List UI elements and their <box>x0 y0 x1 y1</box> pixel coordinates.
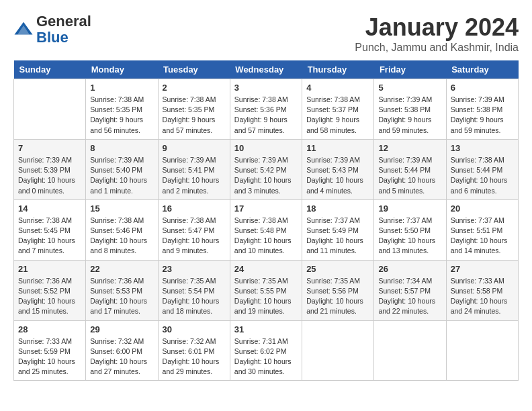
day-number: 24 <box>234 264 298 274</box>
day-number: 11 <box>306 143 369 153</box>
logo-general: General <box>36 13 91 30</box>
day-cell: 20Sunrise: 7:37 AMSunset: 5:51 PMDayligh… <box>446 199 518 260</box>
day-number: 30 <box>163 324 226 334</box>
day-number: 29 <box>90 324 153 334</box>
day-info: Sunrise: 7:38 AMSunset: 5:48 PMDaylight:… <box>234 216 298 257</box>
weekday-header-wednesday: Wednesday <box>230 60 302 79</box>
day-info: Sunrise: 7:39 AMSunset: 5:40 PMDaylight:… <box>90 155 153 196</box>
day-number: 31 <box>234 324 298 334</box>
day-cell: 16Sunrise: 7:38 AMSunset: 5:47 PMDayligh… <box>158 199 230 260</box>
day-number: 9 <box>163 143 226 153</box>
day-info: Sunrise: 7:39 AMSunset: 5:38 PMDaylight:… <box>451 95 514 136</box>
day-number: 15 <box>90 203 153 214</box>
month-title: January 2024 <box>355 13 519 42</box>
day-number: 18 <box>306 203 369 214</box>
day-info: Sunrise: 7:38 AMSunset: 5:45 PMDaylight:… <box>18 216 81 257</box>
weekday-header-friday: Friday <box>374 60 446 79</box>
day-number: 23 <box>163 264 226 274</box>
day-number: 2 <box>163 83 226 93</box>
day-info: Sunrise: 7:39 AMSunset: 5:39 PMDaylight:… <box>18 155 81 196</box>
day-info: Sunrise: 7:39 AMSunset: 5:41 PMDaylight:… <box>163 155 226 196</box>
day-info: Sunrise: 7:37 AMSunset: 5:50 PMDaylight:… <box>378 216 441 257</box>
day-cell: 28Sunrise: 7:33 AMSunset: 5:59 PMDayligh… <box>14 320 86 381</box>
day-info: Sunrise: 7:38 AMSunset: 5:36 PMDaylight:… <box>234 95 298 136</box>
day-cell: 29Sunrise: 7:32 AMSunset: 6:00 PMDayligh… <box>86 320 158 381</box>
day-number: 10 <box>234 143 298 153</box>
day-info: Sunrise: 7:39 AMSunset: 5:44 PMDaylight:… <box>378 155 441 196</box>
day-info: Sunrise: 7:35 AMSunset: 5:55 PMDaylight:… <box>234 276 298 317</box>
day-cell: 4Sunrise: 7:38 AMSunset: 5:37 PMDaylight… <box>302 79 374 140</box>
day-cell: 21Sunrise: 7:36 AMSunset: 5:52 PMDayligh… <box>14 260 86 320</box>
logo-text: General Blue <box>36 13 91 46</box>
day-cell: 15Sunrise: 7:38 AMSunset: 5:46 PMDayligh… <box>86 199 158 260</box>
title-block: January 2024 Punch, Jammu and Kashmir, I… <box>355 13 519 54</box>
day-info: Sunrise: 7:36 AMSunset: 5:52 PMDaylight:… <box>18 276 81 317</box>
day-number: 26 <box>378 264 441 274</box>
day-cell: 5Sunrise: 7:39 AMSunset: 5:38 PMDaylight… <box>374 79 446 140</box>
day-cell: 25Sunrise: 7:35 AMSunset: 5:56 PMDayligh… <box>302 260 374 320</box>
day-cell: 8Sunrise: 7:39 AMSunset: 5:40 PMDaylight… <box>86 139 158 199</box>
day-number: 8 <box>90 143 153 153</box>
calendar-table: SundayMondayTuesdayWednesdayThursdayFrid… <box>13 60 519 381</box>
day-info: Sunrise: 7:36 AMSunset: 5:53 PMDaylight:… <box>90 276 153 317</box>
day-info: Sunrise: 7:33 AMSunset: 5:59 PMDaylight:… <box>18 336 81 377</box>
day-cell: 23Sunrise: 7:35 AMSunset: 5:54 PMDayligh… <box>158 260 230 320</box>
day-number: 7 <box>18 143 81 153</box>
day-info: Sunrise: 7:37 AMSunset: 5:51 PMDaylight:… <box>451 216 514 257</box>
day-info: Sunrise: 7:32 AMSunset: 6:00 PMDaylight:… <box>90 336 153 377</box>
day-info: Sunrise: 7:39 AMSunset: 5:43 PMDaylight:… <box>306 155 369 196</box>
weekday-header-saturday: Saturday <box>446 60 518 79</box>
day-info: Sunrise: 7:38 AMSunset: 5:44 PMDaylight:… <box>451 155 514 196</box>
day-number: 5 <box>378 83 441 93</box>
logo-blue: Blue <box>36 29 69 46</box>
day-cell: 24Sunrise: 7:35 AMSunset: 5:55 PMDayligh… <box>230 260 302 320</box>
week-row-2: 7Sunrise: 7:39 AMSunset: 5:39 PMDaylight… <box>14 139 519 199</box>
day-cell: 3Sunrise: 7:38 AMSunset: 5:36 PMDaylight… <box>230 79 302 140</box>
day-cell: 2Sunrise: 7:38 AMSunset: 5:35 PMDaylight… <box>158 79 230 140</box>
day-cell: 19Sunrise: 7:37 AMSunset: 5:50 PMDayligh… <box>374 199 446 260</box>
weekday-header-tuesday: Tuesday <box>158 60 230 79</box>
day-cell: 9Sunrise: 7:39 AMSunset: 5:41 PMDaylight… <box>158 139 230 199</box>
day-cell: 30Sunrise: 7:32 AMSunset: 6:01 PMDayligh… <box>158 320 230 381</box>
day-cell <box>374 320 446 381</box>
location: Punch, Jammu and Kashmir, India <box>355 42 519 54</box>
day-cell: 31Sunrise: 7:31 AMSunset: 6:02 PMDayligh… <box>230 320 302 381</box>
day-info: Sunrise: 7:38 AMSunset: 5:35 PMDaylight:… <box>163 95 226 136</box>
day-number: 19 <box>378 203 441 214</box>
day-cell <box>14 79 86 140</box>
week-row-5: 28Sunrise: 7:33 AMSunset: 5:59 PMDayligh… <box>14 320 519 381</box>
week-row-4: 21Sunrise: 7:36 AMSunset: 5:52 PMDayligh… <box>14 260 519 320</box>
day-info: Sunrise: 7:33 AMSunset: 5:58 PMDaylight:… <box>451 276 514 317</box>
day-number: 25 <box>306 264 369 274</box>
day-cell: 11Sunrise: 7:39 AMSunset: 5:43 PMDayligh… <box>302 139 374 199</box>
day-info: Sunrise: 7:37 AMSunset: 5:49 PMDaylight:… <box>306 216 369 257</box>
week-row-3: 14Sunrise: 7:38 AMSunset: 5:45 PMDayligh… <box>14 199 519 260</box>
day-number: 13 <box>451 143 514 153</box>
day-number: 3 <box>234 83 298 93</box>
day-cell: 6Sunrise: 7:39 AMSunset: 5:38 PMDaylight… <box>446 79 518 140</box>
day-number: 14 <box>18 203 81 214</box>
day-info: Sunrise: 7:35 AMSunset: 5:54 PMDaylight:… <box>163 276 226 317</box>
day-info: Sunrise: 7:39 AMSunset: 5:38 PMDaylight:… <box>378 95 441 136</box>
day-number: 12 <box>378 143 441 153</box>
day-cell: 22Sunrise: 7:36 AMSunset: 5:53 PMDayligh… <box>86 260 158 320</box>
day-cell <box>446 320 518 381</box>
day-info: Sunrise: 7:38 AMSunset: 5:37 PMDaylight:… <box>306 95 369 136</box>
logo: General Blue <box>13 13 91 46</box>
week-row-1: 1Sunrise: 7:38 AMSunset: 5:35 PMDaylight… <box>14 79 519 140</box>
day-cell: 18Sunrise: 7:37 AMSunset: 5:49 PMDayligh… <box>302 199 374 260</box>
day-cell: 10Sunrise: 7:39 AMSunset: 5:42 PMDayligh… <box>230 139 302 199</box>
day-number: 17 <box>234 203 298 214</box>
day-info: Sunrise: 7:32 AMSunset: 6:01 PMDaylight:… <box>163 336 226 377</box>
day-number: 28 <box>18 324 81 334</box>
day-cell: 12Sunrise: 7:39 AMSunset: 5:44 PMDayligh… <box>374 139 446 199</box>
day-number: 16 <box>163 203 226 214</box>
page-header: General Blue January 2024 Punch, Jammu a… <box>13 13 519 54</box>
day-info: Sunrise: 7:38 AMSunset: 5:47 PMDaylight:… <box>163 216 226 257</box>
day-cell: 27Sunrise: 7:33 AMSunset: 5:58 PMDayligh… <box>446 260 518 320</box>
day-info: Sunrise: 7:35 AMSunset: 5:56 PMDaylight:… <box>306 276 369 317</box>
day-info: Sunrise: 7:39 AMSunset: 5:42 PMDaylight:… <box>234 155 298 196</box>
day-number: 22 <box>90 264 153 274</box>
day-number: 6 <box>451 83 514 93</box>
day-cell: 13Sunrise: 7:38 AMSunset: 5:44 PMDayligh… <box>446 139 518 199</box>
